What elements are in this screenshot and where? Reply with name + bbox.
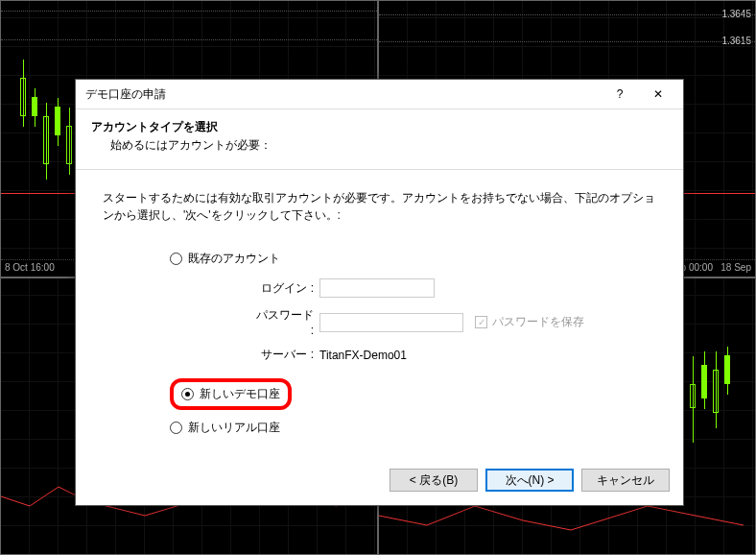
dialog-titlebar: デモ口座の申請 ? ✕ [76,80,683,109]
instructions-text: スタートするためには有効な取引アカウントが必要です。アカウントをお持ちでない場合… [103,189,656,224]
close-button[interactable]: ✕ [639,82,677,107]
save-password-label: パスワードを保存 [492,314,584,330]
radio-label: 新しいリアル口座 [188,420,280,436]
dialog-heading-area: アカウントタイプを選択 始めるにはアカウントが必要： [76,109,683,161]
login-row: ログイン : [252,278,656,298]
radio-icon [170,422,182,434]
wizard-button-area: < 戻る(B) 次へ(N) > キャンセル [390,469,670,492]
server-label: サーバー : [252,347,319,363]
help-button[interactable]: ? [601,82,639,107]
server-value: TitanFX-Demo01 [319,349,407,362]
highlight-annotation: 新しいデモ口座 [170,378,292,410]
cancel-button[interactable]: キャンセル [581,469,670,492]
time-label: 18 Sep [721,262,751,273]
demo-account-dialog: デモ口座の申請 ? ✕ アカウントタイプを選択 始めるにはアカウントが必要： ス… [75,79,684,506]
radio-label[interactable]: 新しいデモ口座 [200,386,280,402]
back-button[interactable]: < 戻る(B) [390,469,478,492]
radio-new-real-account[interactable]: 新しいリアル口座 [170,420,656,436]
password-label: パスワード : [252,307,319,337]
time-label: p 00:00 [681,262,713,273]
help-icon: ? [617,87,624,101]
save-password-checkbox[interactable]: ✓ パスワードを保存 [475,314,584,330]
password-row: パスワード : ✓ パスワードを保存 [252,307,656,337]
login-input[interactable] [319,278,435,298]
password-input[interactable] [319,313,463,332]
radio-existing-account[interactable]: 既存のアカウント [170,251,656,267]
radio-label: 既存のアカウント [188,251,280,267]
radio-new-demo-account-wrapper: 新しいデモ口座 [170,378,656,410]
next-button[interactable]: 次へ(N) > [485,469,574,492]
time-label: 8 Oct 16:00 [5,262,55,273]
login-label: ログイン : [252,280,319,297]
radio-icon [170,253,182,265]
checkbox-icon: ✓ [475,316,487,328]
server-row: サーバー : TitanFX-Demo01 [252,347,656,363]
close-icon: ✕ [653,87,663,101]
dialog-heading: アカウントタイプを選択 [91,119,668,135]
dialog-title: デモ口座の申請 [85,86,601,103]
radio-icon-checked [181,388,194,400]
dialog-subheading: 始めるにはアカウントが必要： [110,137,668,154]
